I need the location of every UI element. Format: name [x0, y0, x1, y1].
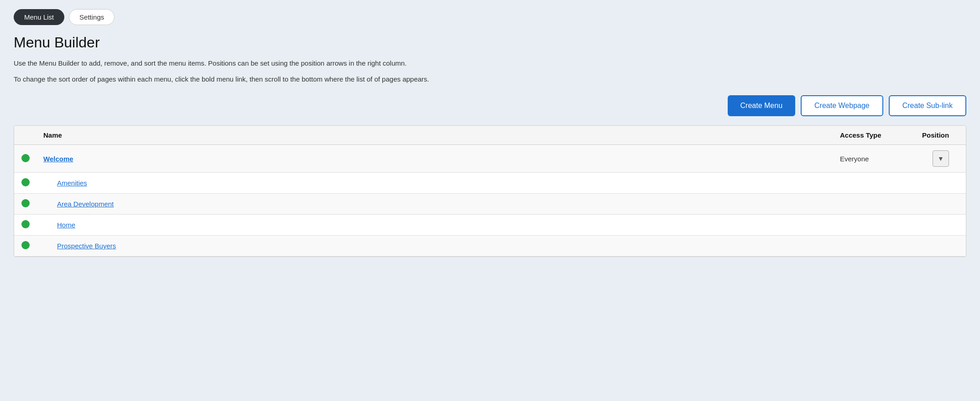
create-menu-button[interactable]: Create Menu [728, 95, 796, 116]
description-2: To change the sort order of pages within… [14, 74, 966, 85]
status-cell [14, 194, 37, 215]
status-cell [14, 236, 37, 257]
position-down-button[interactable]: ▼ [933, 150, 949, 167]
access-type-cell [834, 236, 916, 257]
menu-table: Name Access Type Position WelcomeEveryon… [14, 126, 966, 257]
table-row: Home [14, 215, 966, 236]
active-dot [21, 241, 30, 249]
name-cell: Welcome [37, 145, 834, 173]
active-dot [21, 220, 30, 228]
status-cell [14, 215, 37, 236]
position-cell [916, 236, 966, 257]
name-cell: Amenities [37, 173, 834, 194]
active-dot [21, 199, 30, 207]
menu-item-link[interactable]: Home [57, 221, 75, 229]
menu-item-link[interactable]: Welcome [43, 155, 73, 163]
active-dot [21, 178, 30, 186]
col-header-name: Name [37, 126, 834, 145]
create-webpage-button[interactable]: Create Webpage [801, 95, 883, 116]
table-row: Area Development [14, 194, 966, 215]
table-header-row: Name Access Type Position [14, 126, 966, 145]
name-cell: Area Development [37, 194, 834, 215]
access-type-cell: Everyone [834, 145, 916, 173]
menu-table-container: Name Access Type Position WelcomeEveryon… [14, 125, 966, 257]
position-cell [916, 194, 966, 215]
col-header-position: Position [916, 126, 966, 145]
access-type-cell [834, 173, 916, 194]
table-row: WelcomeEveryone▼ [14, 145, 966, 173]
position-cell [916, 173, 966, 194]
name-cell: Prospective Buyers [37, 236, 834, 257]
tab-bar: Menu List Settings [14, 9, 966, 25]
access-type-cell [834, 194, 916, 215]
col-header-access: Access Type [834, 126, 916, 145]
position-cell: ▼ [916, 145, 966, 173]
table-row: Amenities [14, 173, 966, 194]
menu-item-link[interactable]: Area Development [57, 200, 114, 208]
tab-menu-list[interactable]: Menu List [14, 9, 64, 25]
position-cell [916, 215, 966, 236]
tab-settings[interactable]: Settings [69, 9, 115, 25]
col-header-status [14, 126, 37, 145]
description-1: Use the Menu Builder to add, remove, and… [14, 58, 966, 69]
action-buttons: Create Menu Create Webpage Create Sub-li… [14, 95, 966, 116]
page-title: Menu Builder [14, 34, 966, 51]
status-cell [14, 173, 37, 194]
active-dot [21, 154, 30, 162]
menu-item-link[interactable]: Amenities [57, 179, 87, 187]
name-cell: Home [37, 215, 834, 236]
menu-item-link[interactable]: Prospective Buyers [57, 242, 116, 250]
status-cell [14, 145, 37, 173]
create-sublink-button[interactable]: Create Sub-link [889, 95, 966, 116]
access-type-cell [834, 215, 916, 236]
table-row: Prospective Buyers [14, 236, 966, 257]
